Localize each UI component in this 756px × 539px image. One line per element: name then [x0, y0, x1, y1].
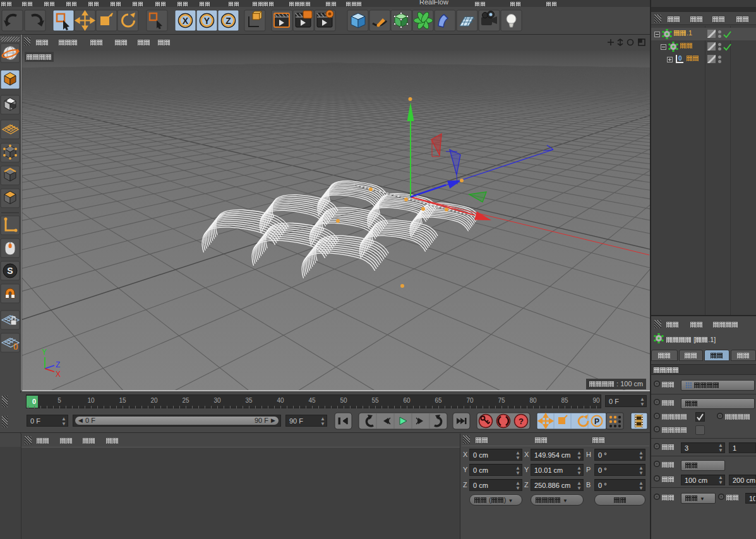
svg-text:X: X — [56, 370, 61, 379]
svg-text:(): () — [13, 342, 18, 350]
svg-text:Y: Y — [42, 348, 47, 357]
svg-text:Y: Y — [204, 16, 210, 26]
svg-text:S: S — [7, 266, 13, 276]
svg-text:Z: Z — [56, 360, 60, 369]
svg-text:?: ? — [519, 417, 524, 426]
svg-text:Z: Z — [225, 16, 231, 26]
svg-text:X: X — [183, 16, 189, 26]
svg-text:P: P — [594, 417, 599, 426]
